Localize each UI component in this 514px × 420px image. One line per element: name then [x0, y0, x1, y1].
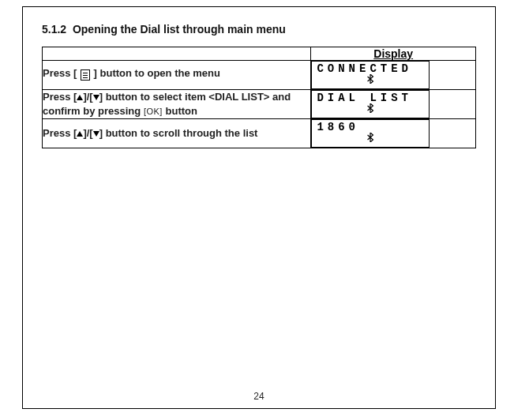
lcd-text: CONNECTED: [317, 62, 412, 75]
step-text: button: [163, 105, 197, 117]
lcd-text: DIAL LIST: [317, 92, 412, 104]
up-arrow-icon: [77, 131, 83, 137]
table-row: Press []/[] button to select item <DIAL …: [43, 90, 476, 119]
display-cell: CONNECTED: [311, 61, 476, 90]
ok-button-label: [OK]: [144, 107, 163, 116]
down-arrow-icon: [93, 95, 99, 100]
table-header-row: Display: [43, 47, 476, 61]
lcd-screen: 1860: [311, 119, 430, 148]
step-text: Press: [43, 91, 73, 103]
section-heading: 5.1.2 Opening the Dial list through main…: [42, 23, 476, 36]
display-cell: 1860: [311, 119, 476, 148]
display-cell: DIAL LIST: [311, 90, 476, 119]
bluetooth-icon: [366, 103, 374, 117]
page-number: 24: [23, 391, 495, 402]
up-arrow-icon: [77, 95, 83, 100]
section-title-text: Opening the Dial list through main menu: [73, 23, 286, 36]
down-arrow-icon: [93, 131, 99, 137]
step-text: Press: [43, 67, 73, 79]
menu-icon: [81, 69, 90, 83]
step-cell: Press [ ] button to open the menu: [43, 61, 311, 90]
table-row: Press []/[] button to scroll through the…: [43, 119, 476, 148]
step-cell: Press []/[] button to select item <DIAL …: [43, 90, 311, 119]
page-frame: 5.1.2 Opening the Dial list through main…: [22, 6, 496, 409]
bluetooth-icon: [366, 73, 374, 88]
bluetooth-icon: [366, 132, 374, 146]
step-text: Press: [43, 127, 73, 139]
instruction-table: Display Press [ ] button to open the men…: [42, 47, 476, 148]
lcd-text: 1860: [317, 121, 359, 133]
header-display: Display: [311, 47, 476, 61]
lcd-screen: DIAL LIST: [311, 90, 430, 118]
section-number: 5.1.2: [42, 23, 66, 36]
header-blank: [43, 47, 311, 61]
step-cell: Press []/[] button to scroll through the…: [43, 119, 311, 148]
step-text: button to open the menu: [97, 67, 220, 79]
lcd-screen: CONNECTED: [311, 61, 430, 89]
step-text: button to scroll through the list: [103, 127, 257, 139]
table-row: Press [ ] button to open the menu CONNEC…: [43, 61, 476, 90]
